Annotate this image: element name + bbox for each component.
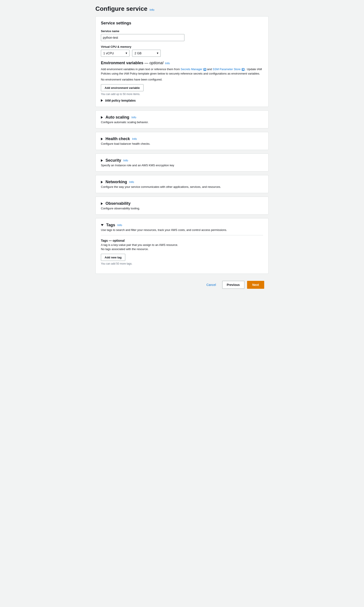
security-title: Security [105,158,121,163]
ssm-parameter-store-link[interactable]: SSM Parameter Store [213,67,240,71]
auto-scaling-info-link[interactable]: Info [131,116,136,119]
security-collapse-icon [101,159,103,162]
memory-select[interactable]: 2 GB 4 GB 8 GB [132,50,161,57]
security-description: Specify an Instance role and an AWS KMS … [101,164,263,167]
vcpu-select[interactable]: 1 vCPU 2 vCPU 4 vCPU [101,50,130,57]
env-vars-title-row: Environment variables — optional Info [101,61,263,65]
no-env-vars-text: No environment variables have been confi… [101,78,263,81]
service-name-input[interactable] [101,34,184,41]
tags-optional-label: Tags — optional [101,239,263,242]
networking-collapse-icon [101,181,103,184]
health-check-collapse-icon [101,138,103,140]
auto-scaling-title: Auto scaling [105,115,129,120]
add-new-tag-button[interactable]: Add new tag [101,254,125,261]
add-env-var-helper: You can add up to 50 more items. [101,92,263,96]
env-vars-desc-middle: and [207,67,213,71]
ssm-external-icon [242,68,245,71]
tags-info-link[interactable]: Info [117,224,122,227]
no-tags-text: No tags associated with the resource. [101,247,263,251]
tags-inner-group: Tags — optional A tag is a key-value pai… [101,239,263,265]
secrets-manager-link[interactable]: Secrets Manager [181,67,202,71]
observability-description: Configure observability tooling. [101,207,263,210]
observability-header[interactable]: Observability [101,201,263,206]
tags-divider [101,235,263,235]
health-check-description: Configure load balancer health checks. [101,142,263,145]
security-header[interactable]: Security Info [101,158,263,163]
page-info-link[interactable]: Info [150,8,155,12]
env-vars-description: Add environment variables in plain text … [101,67,263,76]
auto-scaling-collapse-icon [101,116,103,119]
networking-info-link[interactable]: Info [129,180,134,184]
observability-section: Observability Configure observability to… [95,197,269,215]
iam-policy-templates-label: IAM policy templates [105,99,136,102]
security-info-link[interactable]: Info [123,159,128,162]
tags-section: Tags Info Use tags to search and filter … [95,218,269,274]
vcpu-memory-label: Virtual CPU & memory [101,45,263,48]
vcpu-memory-group: Virtual CPU & memory 1 vCPU 2 vCPU 4 vCP… [101,45,263,57]
health-check-title: Health check [105,137,130,141]
tags-description: Use tags to search and filter your resou… [101,228,263,232]
service-name-label: Service name [101,29,263,33]
page-title: Configure service [95,5,147,12]
tags-header[interactable]: Tags Info [101,223,263,227]
secrets-manager-external-icon [204,68,206,71]
env-vars-section: Environment variables — optional Info Ad… [101,61,263,102]
auto-scaling-description: Configure automatic scaling behavior. [101,120,263,124]
iam-policy-collapse-icon [101,99,103,102]
env-vars-optional: — optional [144,61,163,65]
memory-select-wrapper: 2 GB 4 GB 8 GB ▼ [132,50,161,57]
add-env-var-button[interactable]: Add environment variable [101,84,143,91]
observability-collapse-icon [101,202,103,205]
footer: Cancel Previous Next [95,277,269,292]
vcpu-select-wrapper: 1 vCPU 2 vCPU 4 vCPU ▼ [101,50,130,57]
tags-collapse-icon [101,224,104,226]
add-tag-helper: You can add 50 more tags. [101,262,263,265]
health-check-section: Health check Info Configure load balance… [95,132,269,150]
tags-key-value-desc: A tag is a key-value pair that you assig… [101,243,263,247]
tags-title: Tags [106,223,115,227]
security-section: Security Info Specify an Instance role a… [95,154,269,172]
vcpu-memory-row: 1 vCPU 2 vCPU 4 vCPU ▼ 2 GB 4 GB 8 GB ▼ [101,50,263,57]
auto-scaling-header[interactable]: Auto scaling Info [101,115,263,120]
next-button[interactable]: Next [247,281,264,289]
networking-title: Networking [105,180,127,184]
auto-scaling-section: Auto scaling Info Configure automatic sc… [95,110,269,128]
networking-description: Configure the way your service communica… [101,185,263,188]
env-vars-title: Environment variables — optional [101,61,163,65]
networking-section: Networking Info Configure the way your s… [95,175,269,193]
health-check-header[interactable]: Health check Info [101,137,263,141]
service-settings-card: Service settings Service name Virtual CP… [95,16,269,107]
env-vars-desc-before: Add environment variables in plain text … [101,67,181,71]
health-check-info-link[interactable]: Info [132,137,137,141]
cancel-button[interactable]: Cancel [203,281,220,288]
previous-button[interactable]: Previous [222,281,245,289]
iam-policy-templates-row[interactable]: IAM policy templates [101,99,263,102]
service-settings-title: Service settings [101,21,263,26]
env-vars-info-link[interactable]: Info [165,62,170,65]
networking-header[interactable]: Networking Info [101,180,263,184]
service-name-group: Service name [101,29,263,41]
observability-title: Observability [105,201,130,206]
